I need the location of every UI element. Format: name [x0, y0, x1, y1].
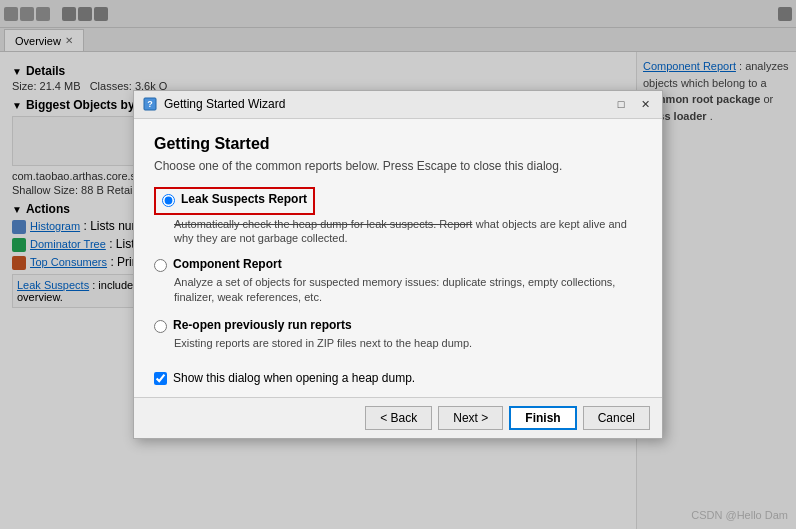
cancel-button[interactable]: Cancel: [583, 406, 650, 430]
component-report-radio[interactable]: [154, 259, 167, 272]
modal-title: Getting Started Wizard: [164, 97, 606, 111]
leak-suspects-title: Leak Suspects Report: [181, 192, 307, 206]
leak-suspects-radio[interactable]: [162, 194, 175, 207]
reopen-radio-label[interactable]: Re-open previously run reports: [154, 318, 642, 333]
option-reopen: Re-open previously run reports Existing …: [154, 318, 642, 351]
finish-button[interactable]: Finish: [509, 406, 576, 430]
modal-subtitle: Choose one of the common reports below. …: [154, 159, 642, 173]
show-dialog-checkbox[interactable]: [154, 372, 167, 385]
show-dialog-row: Show this dialog when opening a heap dum…: [154, 371, 642, 385]
reopen-title: Re-open previously run reports: [173, 318, 352, 332]
modal-heading: Getting Started: [154, 135, 642, 153]
svg-text:?: ?: [147, 99, 153, 109]
show-dialog-label: Show this dialog when opening a heap dum…: [173, 371, 415, 385]
modal-titlebar: ? Getting Started Wizard □ ✕: [134, 91, 662, 119]
modal-overlay: ? Getting Started Wizard □ ✕ Getting Sta…: [0, 0, 796, 529]
component-report-title: Component Report: [173, 257, 282, 271]
close-button[interactable]: ✕: [636, 95, 654, 113]
reopen-desc: Existing reports are stored in ZIP files…: [174, 336, 642, 351]
next-button[interactable]: Next >: [438, 406, 503, 430]
component-report-desc: Analyze a set of objects for suspected m…: [174, 275, 642, 306]
component-report-radio-label[interactable]: Component Report: [154, 257, 642, 272]
modal-footer: < Back Next > Finish Cancel: [134, 397, 662, 438]
watermark: CSDN @Hello Dam: [691, 509, 788, 521]
modal-dialog: ? Getting Started Wizard □ ✕ Getting Sta…: [133, 90, 663, 439]
minimize-button[interactable]: □: [612, 95, 630, 113]
back-button[interactable]: < Back: [365, 406, 432, 430]
reopen-radio[interactable]: [154, 320, 167, 333]
option-component-report: Component Report Analyze a set of object…: [154, 257, 642, 306]
dialog-wizard-icon: ?: [142, 96, 158, 112]
option-leak-suspects: Leak Suspects Report Automatically check…: [154, 187, 642, 245]
leak-desc-strikethrough: Automatically check the heap dump for le…: [174, 218, 472, 230]
leak-suspects-radio-label[interactable]: Leak Suspects Report: [162, 192, 307, 207]
modal-body: Getting Started Choose one of the common…: [134, 119, 662, 397]
